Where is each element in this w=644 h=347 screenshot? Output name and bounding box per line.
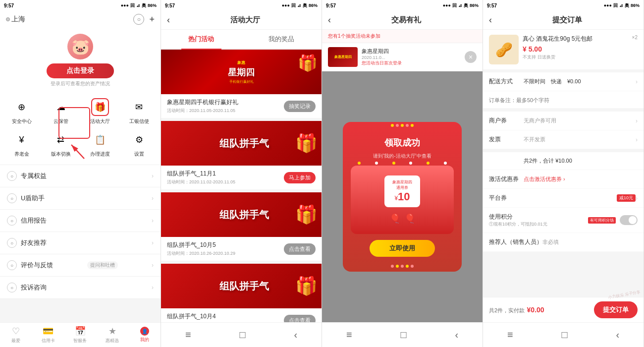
p4-platform-coupon-row[interactable]: 平台券 减10元 › [483, 189, 644, 208]
grid-item-message[interactable]: ✉ 工银信使 [119, 95, 159, 128]
menu-item-credit[interactable]: ○ 信用报告 › [0, 210, 161, 232]
p3-content: 领取成功 请到'我的-活动大厅'中查看 象惠星期四 [322, 71, 483, 322]
login-button[interactable]: 点击登录 [47, 63, 114, 78]
avatar-emoji: 🐷 [71, 38, 90, 56]
activity-name-3: 组队拼手气_10月5 [167, 241, 235, 249]
p4-delivery-row[interactable]: 配送方式 不限时间 快递 ¥0.00 › [483, 72, 644, 91]
product-qty: ×2 [632, 35, 638, 40]
grid-item-security[interactable]: ⊕ 安全中心 [2, 95, 41, 128]
p2-nav-home[interactable]: □ [239, 329, 245, 341]
favorites-icon: ♡ [12, 326, 20, 337]
grid-item-settings[interactable]: ⚙ 设置 [119, 128, 159, 161]
p4-nav-back[interactable]: ‹ [616, 329, 619, 341]
ushield-icon: ○ [7, 193, 17, 203]
p3-lights-top [343, 122, 462, 129]
nav-item-creditcard[interactable]: 💳 信用卡 [32, 326, 64, 344]
activity-btn-1[interactable]: 抽奖记录 [284, 101, 316, 112]
p4-invoice-row[interactable]: 发票 不开发票 › [483, 130, 644, 149]
p2-nav-back[interactable]: ‹ [294, 329, 297, 341]
menu-item-complaint[interactable]: ○ 投诉咨询 › [0, 277, 161, 299]
p3-card-title: 象惠星期四 [362, 48, 461, 55]
activity-info-1: 象惠星期四手机银行赢好礼 活动时间：2020.11.05-2020.11.05 … [161, 94, 322, 118]
tab-my-prizes[interactable]: 我的奖品 [241, 30, 322, 49]
p3-coupon-amount: 10 [398, 190, 410, 203]
footer-summary: 共2件，实付款 [489, 307, 525, 313]
activity-time-1: 活动时间：2020.11.05-2020.11.05 [167, 108, 238, 114]
grid-item-pension[interactable]: ¥ 养老金 [2, 128, 41, 161]
p4-referrer-row[interactable]: 推荐人（销售人员） 非必填 [483, 233, 644, 252]
activity-card-3: 组队拼手气 🎁 组队拼手气_10月5 活动时间：2020.10.26-2020.… [161, 192, 322, 261]
panel1: 9:57 ●●● 回 ⊿ 奥 86% 上海 ○ + 🐷 点击登录 登录后可查看您… [0, 0, 161, 347]
message-icon: ✉ [130, 98, 148, 116]
grid-item-progress[interactable]: 📋 办理进度 [80, 128, 119, 161]
activity-btn-2[interactable]: 马上参加 [284, 172, 316, 183]
grid-item-activity[interactable]: 🎁 活动大厅 [80, 95, 119, 128]
p1-location[interactable]: 上海 [6, 15, 25, 24]
submit-order-button[interactable]: 提交订单 [594, 301, 638, 318]
p1-header-icons: ○ + [133, 14, 155, 25]
delivery-label: 配送方式 [489, 77, 524, 86]
menu-item-feedback[interactable]: ○ 评价与反馈 提问和吐槽 › [0, 254, 161, 277]
security-label: 安全中心 [12, 118, 32, 125]
settings-icon: ⚙ [130, 131, 148, 149]
add-icon[interactable]: + [149, 14, 155, 25]
tab-hot-activities[interactable]: 热门活动 [161, 30, 241, 49]
grid-item-version[interactable]: ⇄ 版本切换 [41, 128, 80, 161]
subtotal-value: 共2件，合计 ¥10.00 [524, 157, 638, 165]
p2-nav-menu[interactable]: ≡ [185, 329, 191, 341]
activity-btn-3[interactable]: 点击查看 [284, 243, 316, 255]
p3-nav-back[interactable]: ‹ [455, 329, 458, 341]
activity-time-2: 活动时间：2020.11.02-2020.11.05 [167, 179, 235, 185]
p3-close-button[interactable]: × [465, 51, 477, 63]
p4-footer: 共2件，实付款 ¥0.00 提交订单 [483, 297, 644, 322]
referrer-label: 推荐人（销售人员） [489, 238, 542, 246]
banner-brand: 象惠 [237, 60, 245, 65]
p3-back-button[interactable]: ‹ [328, 15, 331, 25]
p3-nav-home[interactable]: □ [400, 329, 406, 341]
p2-back-button[interactable]: ‹ [167, 15, 170, 25]
grid-item-cloud[interactable]: ☁ 云保管 [41, 95, 80, 128]
mine-active-icon: 👤 [140, 327, 149, 336]
platform-coupon-tag: 减10元 [617, 194, 636, 202]
nav-item-mine[interactable]: 👤 我的 [128, 327, 161, 343]
notification-icon[interactable]: ○ [133, 14, 144, 25]
product-info: 真心 酒鬼花生90g 5元包邮 ¥ 5.00 不支持 日送换货 [523, 35, 628, 60]
nav-item-deals[interactable]: ★ 惠精选 [96, 326, 128, 344]
p4-merchant-coupon-row[interactable]: 商户券 无商户券可用 › [483, 112, 644, 130]
points-sublabel: ①现有10积分，可抵扣0.01元 [489, 221, 588, 228]
points-toggle[interactable] [620, 215, 638, 225]
activity-icon: 🎁 [91, 98, 109, 116]
menu-item-friends[interactable]: ○ 好友推荐 › [0, 232, 161, 254]
p3-use-button[interactable]: 立即使用 [370, 240, 435, 257]
p3-nav-menu[interactable]: ≡ [346, 329, 352, 341]
p4-delivery-section: 配送方式 不限时间 快递 ¥0.00 › [483, 72, 644, 109]
p4-activate-coupon-row[interactable]: 激活优惠券 点击激活优惠券 › [483, 170, 644, 189]
menu-item-exclusive[interactable]: ○ 专属权益 › [0, 165, 161, 187]
activity-name-1: 象惠星期四手机银行赢好礼 [167, 98, 238, 107]
menu-item-ushield[interactable]: ○ U盾助手 › [0, 187, 161, 210]
banner-zuduipinshq-2: 组队拼手气 🎁 [161, 192, 322, 237]
p4-back-button[interactable]: ‹ [489, 15, 492, 25]
services-label: 智服务 [73, 338, 87, 344]
p4-nav-menu[interactable]: ≡ [507, 329, 513, 341]
time-p3: 9:57 [326, 3, 336, 8]
activity-btn-4[interactable]: 点击查看 [284, 315, 316, 323]
creditcard-label: 信用卡 [42, 338, 55, 344]
remark-input[interactable] [489, 97, 638, 103]
p4-subtotal-row: 共2件，合计 ¥10.00 [483, 152, 644, 170]
product-tag: 不支持 日送换货 [523, 54, 628, 60]
feedback-badge: 提问和吐槽 [87, 261, 118, 269]
product-image: 🥜 [489, 35, 519, 64]
nav-item-favorites[interactable]: ♡ 最爱 [0, 326, 32, 344]
nav-item-services[interactable]: 📅 智服务 [64, 326, 97, 344]
status-bar-p3: 9:57 ●●● 回 ⊿ 奥 86% [322, 0, 483, 11]
usable-tag: 有可用积分场 [588, 217, 616, 224]
p4-coupon-section: 商户券 无商户券可用 › 发票 不开发票 › [483, 112, 644, 149]
location-text: 上海 [11, 15, 25, 24]
p2-tabs: 热门活动 我的奖品 [161, 30, 322, 50]
friends-icon: ○ [7, 238, 17, 248]
status-icons-p1: ●●● 回 ⊿ 奥 86% [121, 2, 157, 9]
p4-nav-home[interactable]: □ [561, 329, 567, 341]
credit-label: 信用报告 [21, 216, 47, 225]
feedback-icon: ○ [7, 260, 17, 270]
